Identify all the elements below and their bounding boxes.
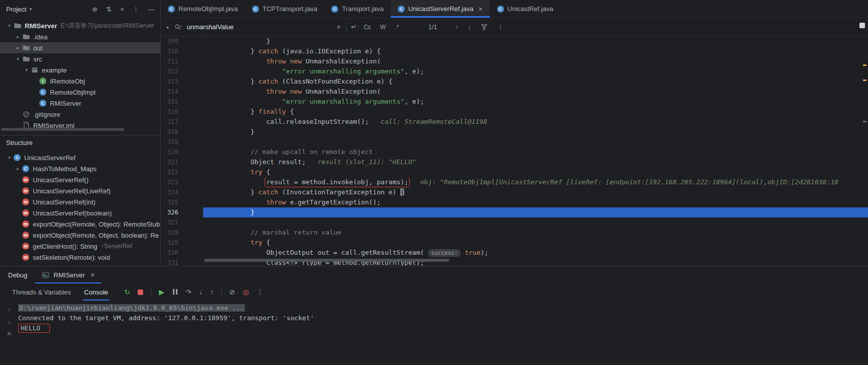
- chevron-down-icon[interactable]: ▾: [14, 56, 22, 61]
- tab-unicastref.java[interactable]: CUnicastRef.java: [490, 0, 561, 18]
- step-over-icon[interactable]: ↷: [185, 288, 192, 296]
- inspections-widget[interactable]: [859, 23, 865, 28]
- editor-line-326[interactable]: 326 }: [161, 207, 868, 217]
- editor-line-316[interactable]: 316 } finally {: [161, 107, 868, 117]
- tab-threads-variables[interactable]: Threads & Variables: [7, 283, 76, 301]
- pause-icon[interactable]: [172, 288, 178, 296]
- step-out-icon[interactable]: ↑: [210, 288, 214, 296]
- structure-panel-title[interactable]: Structure: [6, 139, 33, 147]
- tab-transport.java[interactable]: CTransport.java: [324, 0, 391, 18]
- chevron-down-icon[interactable]: ▾: [5, 155, 14, 160]
- newline-icon[interactable]: ↵: [351, 23, 357, 31]
- project-item-rmiserver[interactable]: ▾RMIServerE:\语言学习\java\code\RMIServer: [0, 20, 160, 31]
- chevron-down-icon[interactable]: ▾: [5, 23, 14, 28]
- editor-line-310[interactable]: 310 } catch (java.io.IOException e) {: [161, 46, 868, 56]
- editor-line-318[interactable]: 318 }: [161, 127, 868, 137]
- search-field[interactable]: unmarshalValue ×: [174, 23, 341, 31]
- project-item-out[interactable]: ▸out: [0, 42, 160, 53]
- locate-icon[interactable]: ⊕: [92, 6, 98, 13]
- regex-toggle[interactable]: .*: [393, 23, 401, 32]
- stripe-mark[interactable]: [863, 64, 866, 66]
- scroll-down-icon[interactable]: ↓: [8, 318, 11, 325]
- editor-line-325[interactable]: 325 throw e.getTargetException();: [161, 197, 868, 207]
- editor-line-319[interactable]: 319: [161, 137, 868, 147]
- editor-line-329[interactable]: 329 try {: [161, 238, 868, 248]
- tab-tcptransport.java[interactable]: CTCPTransport.java: [245, 0, 325, 18]
- next-match-icon[interactable]: ↓: [468, 23, 471, 31]
- search-input[interactable]: unmarshalValue: [187, 23, 332, 31]
- whole-words-toggle[interactable]: W: [378, 23, 388, 32]
- editor-line-321[interactable]: 321 Object result; result (slot_11): "HE…: [161, 157, 868, 167]
- stripe-mark[interactable]: [863, 121, 866, 122]
- chevron-down-icon[interactable]: ▾: [29, 7, 32, 12]
- editor-line-324[interactable]: 324 } catch (InvocationTargetException e…: [161, 187, 868, 197]
- chevron-right-icon[interactable]: ▸: [14, 45, 22, 50]
- editor-line-330[interactable]: 330 ObjectOutput out = call.getResultStr…: [161, 248, 868, 258]
- find-more-icon[interactable]: ⋮: [498, 23, 504, 31]
- project-panel-title[interactable]: Project: [6, 6, 26, 13]
- structure-item-unicastserverref-liveref-[interactable]: mUnicastServerRef(LiveRef): [0, 185, 160, 196]
- clear-search-icon[interactable]: ×: [337, 23, 341, 31]
- editor-line-309[interactable]: 309 }: [161, 36, 868, 46]
- project-item-example[interactable]: ▾example: [0, 64, 160, 76]
- more-icon[interactable]: ⋮: [133, 6, 139, 13]
- project-item-.gitignore[interactable]: .gitignore: [0, 109, 160, 120]
- editor-line-320[interactable]: 320 // make upcall on remote object: [161, 147, 868, 157]
- editor-horizontal-scrollbar[interactable]: [204, 259, 449, 262]
- project-item-iremoteobj[interactable]: IIRemoteObj: [0, 76, 160, 87]
- structure-item-setskeleton-remote-void[interactable]: msetSkeleton(Remote): void: [0, 252, 160, 263]
- tab-console[interactable]: Console: [79, 283, 113, 301]
- structure-item-getclienthost-string[interactable]: mgetClientHost(): String↑ServerRef: [0, 241, 160, 252]
- rerun-icon[interactable]: ↻: [125, 288, 131, 296]
- editor-line-311[interactable]: 311 throw new UnmarshalException(: [161, 56, 868, 66]
- tab-unicastserverref.java[interactable]: CUnicastServerRef.java×: [391, 0, 490, 18]
- close-icon[interactable]: ×: [90, 271, 94, 279]
- debug-session-tab[interactable]: RMIServer ×: [35, 266, 100, 283]
- debug-panel-title[interactable]: Debug: [0, 271, 35, 279]
- scroll-up-icon[interactable]: ↑: [8, 306, 11, 313]
- error-stripe[interactable]: [861, 36, 868, 266]
- tab-remoteobjimpl.java[interactable]: CRemoteObjImpl.java: [161, 0, 245, 18]
- editor-line-315[interactable]: 315 "error unmarshalling arguments", e);: [161, 97, 868, 107]
- editor-line-314[interactable]: 314 throw new UnmarshalException(: [161, 87, 868, 97]
- chevron-right-icon[interactable]: ▸: [14, 34, 22, 39]
- previous-match-icon[interactable]: ↑: [456, 23, 459, 31]
- project-item-rmiserver[interactable]: CRMIServer: [0, 98, 160, 109]
- project-item-remoteobjimpl[interactable]: CRemoteObjImpl: [0, 87, 160, 98]
- editor-line-328[interactable]: 328 // marshal return value: [161, 228, 868, 238]
- search-icon[interactable]: [174, 23, 182, 31]
- structure-item-unicastserverref-boolean-[interactable]: mUnicastServerRef(boolean): [0, 207, 160, 218]
- view-breakpoints-icon[interactable]: ◎: [243, 288, 249, 296]
- match-case-toggle[interactable]: Cc: [361, 23, 373, 32]
- soft-wrap-icon[interactable]: ≡: [7, 330, 11, 337]
- editor-line-323[interactable]: 323 result = method.invoke(obj, params);…: [161, 177, 868, 187]
- expand-replace-chevron-icon[interactable]: ▸: [167, 25, 169, 30]
- project-item-src[interactable]: ▾src: [0, 53, 160, 64]
- mute-breakpoints-icon[interactable]: ⊘: [229, 288, 235, 296]
- structure-item-unicastserverref-int-[interactable]: mUnicastServerRef(int): [0, 196, 160, 207]
- structure-item-exportobject-remote-object-boolean-re[interactable]: mexportObject(Remote, Object, boolean): …: [0, 230, 160, 241]
- expand-icon[interactable]: ⇅: [106, 6, 112, 13]
- more-icon[interactable]: ⋮: [257, 288, 264, 296]
- structure-item-unicastserverref[interactable]: ▾CUnicastServerRef: [0, 152, 160, 163]
- stop-icon[interactable]: [138, 289, 143, 295]
- editor-line-327[interactable]: 327: [161, 217, 868, 228]
- close-icon[interactable]: ×: [478, 5, 482, 13]
- filter-icon[interactable]: [480, 23, 488, 31]
- project-item-.idea[interactable]: ▸.idea: [0, 31, 160, 42]
- editor-line-322[interactable]: 322 try {: [161, 167, 868, 177]
- code-editor[interactable]: 309 }310 } catch (java.io.IOException e)…: [161, 36, 868, 266]
- console[interactable]: ↑↓≡ D:\ruanjian\huanjinbianliang\jdk1.8.…: [0, 301, 868, 365]
- editor-line-313[interactable]: 313 } catch (ClassNotFoundException e) {: [161, 77, 868, 87]
- hide-icon[interactable]: —: [148, 6, 154, 13]
- chevron-right-icon[interactable]: ▸: [14, 166, 22, 171]
- stripe-mark[interactable]: [863, 80, 866, 81]
- chevron-down-icon[interactable]: ▾: [22, 67, 31, 72]
- project-horizontal-scrollbar[interactable]: [1, 128, 125, 131]
- structure-item-unicastserverref-[interactable]: mUnicastServerRef(): [0, 174, 160, 185]
- step-into-icon[interactable]: ↓: [199, 288, 203, 296]
- resume-icon[interactable]: ▶: [159, 288, 164, 296]
- structure-item-exportobject-remote-object-remotestub[interactable]: mexportObject(Remote, Object): RemoteStu…: [0, 218, 160, 230]
- collapse-all-icon[interactable]: ×: [120, 6, 124, 13]
- editor-line-312[interactable]: 312 "error unmarshalling arguments", e);: [161, 66, 868, 77]
